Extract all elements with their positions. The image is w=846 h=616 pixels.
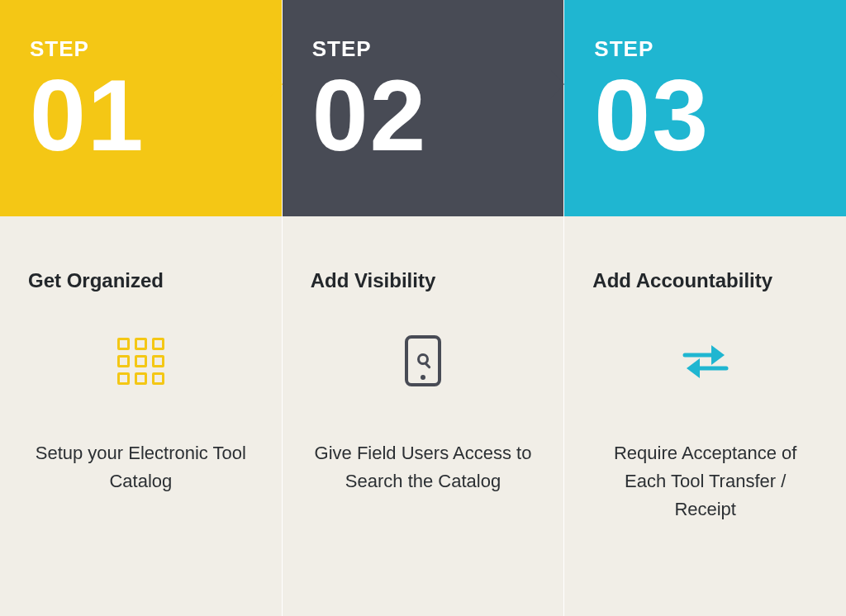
step-card-2: STEP 02 Add Visibility Give Field Users … [283, 0, 564, 616]
arrow-connector-icon [269, 69, 283, 99]
step-title: Get Organized [28, 269, 254, 292]
step-number: 01 [30, 65, 252, 166]
step-kicker: STEP [312, 36, 535, 62]
grid-icon [28, 332, 254, 390]
step-header-3: STEP 03 [564, 0, 846, 216]
step-header-2: STEP 02 [283, 0, 564, 216]
arrow-connector-icon [550, 69, 564, 99]
swap-arrows-icon [592, 332, 818, 390]
step-kicker: STEP [594, 36, 816, 62]
step-header-1: STEP 01 [0, 0, 282, 216]
step-body-1: Get Organized Setup your Electronic Tool… [0, 216, 282, 616]
step-card-1: STEP 01 Get Organized Setup your Electro… [0, 0, 282, 616]
step-description: Setup your Electronic Tool Catalog [28, 439, 254, 495]
steps-container: STEP 01 Get Organized Setup your Electro… [0, 0, 846, 616]
step-description: Require Acceptance of Each Tool Transfer… [592, 439, 818, 524]
step-number: 02 [312, 65, 535, 166]
step-number: 03 [594, 65, 816, 166]
step-title: Add Visibility [311, 269, 536, 292]
phone-search-icon [311, 332, 536, 390]
step-body-2: Add Visibility Give Field Users Access t… [283, 216, 564, 616]
step-description: Give Field Users Access to Search the Ca… [311, 439, 536, 495]
step-card-3: STEP 03 Add Accountability Requi [564, 0, 846, 616]
step-title: Add Accountability [592, 269, 818, 292]
step-kicker: STEP [30, 36, 252, 62]
step-body-3: Add Accountability Require Acceptance of… [564, 216, 846, 616]
